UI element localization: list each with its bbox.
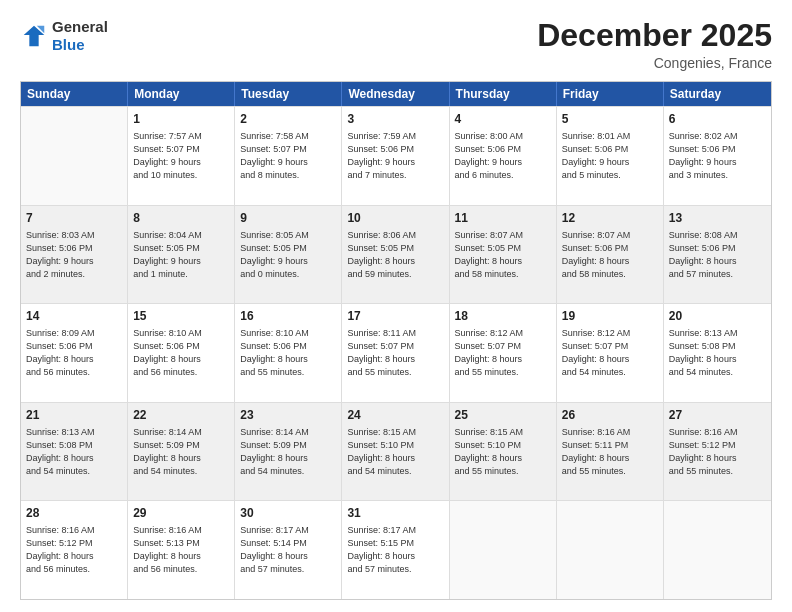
- cell-info-line: Sunset: 5:05 PM: [133, 242, 229, 255]
- logo-icon: [20, 22, 48, 50]
- day-number: 14: [26, 308, 122, 325]
- calendar-cell: 29Sunrise: 8:16 AMSunset: 5:13 PMDayligh…: [128, 501, 235, 599]
- calendar-cell: 30Sunrise: 8:17 AMSunset: 5:14 PMDayligh…: [235, 501, 342, 599]
- cell-info-line: Sunset: 5:06 PM: [240, 340, 336, 353]
- header: General Blue December 2025 Congenies, Fr…: [20, 18, 772, 71]
- calendar-cell: 12Sunrise: 8:07 AMSunset: 5:06 PMDayligh…: [557, 206, 664, 304]
- cell-info-line: and 54 minutes.: [347, 465, 443, 478]
- day-number: 9: [240, 210, 336, 227]
- day-number: 5: [562, 111, 658, 128]
- cell-info-line: Sunrise: 8:15 AM: [455, 426, 551, 439]
- cell-info-line: Daylight: 9 hours: [26, 255, 122, 268]
- cell-info-line: and 54 minutes.: [240, 465, 336, 478]
- calendar-cell: 18Sunrise: 8:12 AMSunset: 5:07 PMDayligh…: [450, 304, 557, 402]
- day-number: 28: [26, 505, 122, 522]
- cell-info-line: Daylight: 8 hours: [240, 452, 336, 465]
- day-number: 12: [562, 210, 658, 227]
- cell-info-line: Daylight: 8 hours: [669, 353, 766, 366]
- cell-info-line: Sunrise: 8:09 AM: [26, 327, 122, 340]
- calendar-row: 7Sunrise: 8:03 AMSunset: 5:06 PMDaylight…: [21, 205, 771, 304]
- cell-info-line: Sunrise: 8:06 AM: [347, 229, 443, 242]
- cell-info-line: Sunrise: 8:13 AM: [26, 426, 122, 439]
- cell-info-line: Sunrise: 8:01 AM: [562, 130, 658, 143]
- calendar-cell: 3Sunrise: 7:59 AMSunset: 5:06 PMDaylight…: [342, 107, 449, 205]
- day-number: 17: [347, 308, 443, 325]
- logo: General Blue: [20, 18, 108, 54]
- cell-info-line: Daylight: 8 hours: [26, 353, 122, 366]
- cell-info-line: and 1 minute.: [133, 268, 229, 281]
- cell-info-line: and 56 minutes.: [26, 366, 122, 379]
- cell-info-line: Sunrise: 8:00 AM: [455, 130, 551, 143]
- day-number: 20: [669, 308, 766, 325]
- cell-info-line: Sunset: 5:06 PM: [455, 143, 551, 156]
- cell-info-line: and 57 minutes.: [669, 268, 766, 281]
- calendar-cell: 23Sunrise: 8:14 AMSunset: 5:09 PMDayligh…: [235, 403, 342, 501]
- calendar-cell: 8Sunrise: 8:04 AMSunset: 5:05 PMDaylight…: [128, 206, 235, 304]
- cell-info-line: Daylight: 8 hours: [347, 353, 443, 366]
- cell-info-line: and 3 minutes.: [669, 169, 766, 182]
- cell-info-line: Sunset: 5:12 PM: [26, 537, 122, 550]
- cell-info-line: Sunrise: 8:05 AM: [240, 229, 336, 242]
- cell-info-line: Daylight: 8 hours: [562, 255, 658, 268]
- calendar-row: 21Sunrise: 8:13 AMSunset: 5:08 PMDayligh…: [21, 402, 771, 501]
- cell-info-line: Sunrise: 8:07 AM: [455, 229, 551, 242]
- cell-info-line: Daylight: 8 hours: [455, 353, 551, 366]
- day-number: 27: [669, 407, 766, 424]
- calendar-cell: 2Sunrise: 7:58 AMSunset: 5:07 PMDaylight…: [235, 107, 342, 205]
- calendar-cell: 19Sunrise: 8:12 AMSunset: 5:07 PMDayligh…: [557, 304, 664, 402]
- cell-info-line: Sunset: 5:08 PM: [26, 439, 122, 452]
- calendar-cell: 7Sunrise: 8:03 AMSunset: 5:06 PMDaylight…: [21, 206, 128, 304]
- cell-info-line: Daylight: 9 hours: [133, 156, 229, 169]
- cell-info-line: and 56 minutes.: [26, 563, 122, 576]
- calendar-cell: 13Sunrise: 8:08 AMSunset: 5:06 PMDayligh…: [664, 206, 771, 304]
- calendar-cell: 6Sunrise: 8:02 AMSunset: 5:06 PMDaylight…: [664, 107, 771, 205]
- day-number: 21: [26, 407, 122, 424]
- cell-info-line: Daylight: 8 hours: [669, 452, 766, 465]
- cell-info-line: Daylight: 8 hours: [26, 452, 122, 465]
- cell-info-line: and 7 minutes.: [347, 169, 443, 182]
- calendar-cell: 25Sunrise: 8:15 AMSunset: 5:10 PMDayligh…: [450, 403, 557, 501]
- day-number: 7: [26, 210, 122, 227]
- cell-info-line: Daylight: 9 hours: [562, 156, 658, 169]
- cell-info-line: Sunset: 5:07 PM: [133, 143, 229, 156]
- cell-info-line: Daylight: 9 hours: [240, 156, 336, 169]
- cell-info-line: Daylight: 9 hours: [133, 255, 229, 268]
- cell-info-line: Sunrise: 8:02 AM: [669, 130, 766, 143]
- day-number: 15: [133, 308, 229, 325]
- cell-info-line: and 58 minutes.: [562, 268, 658, 281]
- calendar-cell: [21, 107, 128, 205]
- calendar-body: 1Sunrise: 7:57 AMSunset: 5:07 PMDaylight…: [21, 106, 771, 599]
- cell-info-line: Daylight: 8 hours: [562, 452, 658, 465]
- day-number: 18: [455, 308, 551, 325]
- cell-info-line: Sunrise: 7:58 AM: [240, 130, 336, 143]
- calendar-cell: 28Sunrise: 8:16 AMSunset: 5:12 PMDayligh…: [21, 501, 128, 599]
- cell-info-line: Sunrise: 8:17 AM: [347, 524, 443, 537]
- cell-info-line: Sunset: 5:10 PM: [347, 439, 443, 452]
- cell-info-line: Sunset: 5:13 PM: [133, 537, 229, 550]
- cell-info-line: Sunrise: 8:16 AM: [26, 524, 122, 537]
- cell-info-line: Sunrise: 8:04 AM: [133, 229, 229, 242]
- cell-info-line: Sunrise: 8:12 AM: [455, 327, 551, 340]
- day-of-week-header: Thursday: [450, 82, 557, 106]
- cell-info-line: and 58 minutes.: [455, 268, 551, 281]
- cell-info-line: Daylight: 9 hours: [455, 156, 551, 169]
- cell-info-line: and 6 minutes.: [455, 169, 551, 182]
- cell-info-line: and 0 minutes.: [240, 268, 336, 281]
- day-number: 22: [133, 407, 229, 424]
- cell-info-line: Daylight: 8 hours: [347, 255, 443, 268]
- calendar-cell: 1Sunrise: 7:57 AMSunset: 5:07 PMDaylight…: [128, 107, 235, 205]
- day-number: 31: [347, 505, 443, 522]
- cell-info-line: Sunrise: 8:14 AM: [133, 426, 229, 439]
- calendar-header: SundayMondayTuesdayWednesdayThursdayFrid…: [21, 82, 771, 106]
- cell-info-line: and 56 minutes.: [133, 563, 229, 576]
- cell-info-line: Daylight: 8 hours: [455, 452, 551, 465]
- cell-info-line: and 54 minutes.: [133, 465, 229, 478]
- cell-info-line: Sunrise: 8:12 AM: [562, 327, 658, 340]
- calendar-cell: [450, 501, 557, 599]
- cell-info-line: Sunset: 5:06 PM: [26, 242, 122, 255]
- cell-info-line: and 2 minutes.: [26, 268, 122, 281]
- day-number: 30: [240, 505, 336, 522]
- cell-info-line: and 54 minutes.: [669, 366, 766, 379]
- cell-info-line: and 10 minutes.: [133, 169, 229, 182]
- cell-info-line: Sunrise: 8:15 AM: [347, 426, 443, 439]
